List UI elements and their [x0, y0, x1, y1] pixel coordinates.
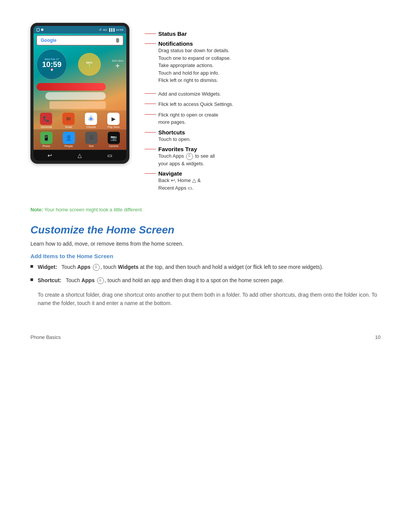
status-wifi: ▐▐▐: [108, 28, 115, 32]
section-intro: Learn how to add, move, or remove items …: [30, 241, 381, 247]
status-bar: ↺ 4G ▐▐▐ 10:59: [33, 26, 126, 34]
weather-widget: 86% 🔋: [78, 53, 101, 76]
status-bar-right: ↺ 4G ▐▐▐ 10:59: [99, 28, 123, 32]
annotation-desc-notifications: Drag status bar down for details. Touch …: [158, 47, 231, 84]
phone-screen: ↺ 4G ▐▐▐ 10:59 Google Wed: [33, 26, 126, 161]
playstore-label: Play Store: [107, 126, 119, 128]
annotation-line-8: [145, 173, 156, 174]
apps-icon-2: ⠿: [97, 277, 104, 284]
email-label: Email: [65, 126, 72, 128]
annotation-title-notifications: Notifications: [158, 40, 231, 47]
annotation-line-2: [145, 43, 156, 44]
apps-bold-2: Apps: [81, 277, 95, 283]
add-cities-widget: Add cities +: [112, 59, 123, 70]
status-sync-icon: ↺: [99, 28, 102, 32]
app-icon-email[interactable]: ✉ Email: [62, 113, 75, 128]
phone-icon-img: 📱: [40, 132, 53, 144]
annotation-text-status-bar: Status Bar: [158, 30, 187, 37]
bullet-widget: Widget: Touch Apps ⠿, touch Widgets at t…: [30, 263, 381, 271]
add-cities-plus: +: [115, 62, 120, 70]
annotation-title-favorites: Favorites Tray: [158, 146, 215, 152]
mic-icon: [116, 38, 119, 43]
apps-icon-favorites: ⠿: [186, 153, 193, 160]
google-search-bar[interactable]: Google: [37, 35, 123, 45]
lock-icon: [37, 28, 40, 32]
widgets-area: [33, 81, 126, 110]
clock-weather-widget: Wed Feb 27 10:59 ⏰ 86% 🔋 Add cities +: [33, 47, 126, 81]
annotation-text-notifications: Notifications Drag status bar down for d…: [158, 40, 231, 84]
fav-people[interactable]: 👤 People: [63, 132, 75, 147]
email-icon-img: ✉: [62, 113, 75, 125]
phone-label: Phone: [42, 145, 50, 147]
battery-icon: 🔋: [88, 64, 91, 68]
nav-recent-button[interactable]: ▭: [107, 152, 112, 158]
playstore-icon-img: ▶: [107, 113, 119, 125]
annotation-line-4: [145, 104, 156, 104]
fav-phone[interactable]: 📱 Phone: [40, 132, 53, 147]
note-label: Note:: [30, 207, 43, 212]
annotation-text-widgets: Add and customize Widgets.: [158, 90, 221, 98]
annotation-desc-morepages: Flick right to open or createmore pages.: [158, 112, 218, 125]
phone-frame: ↺ 4G ▐▐▐ 10:59 Google Wed: [30, 23, 129, 164]
annotation-text-navigate: Navigate Back ↩, Home △ &Recent Apps ▭.: [158, 170, 201, 192]
annotation-desc-shortcuts: Touch to open.: [158, 136, 191, 143]
clock-alarm: ⏰: [50, 68, 54, 71]
annotation-widgets: Add and customize Widgets.: [145, 90, 381, 98]
annotation-title-status-bar: Status Bar: [158, 30, 187, 37]
app-icon-playstore[interactable]: ▶ Play Store: [107, 113, 119, 128]
widget-bar-light2: [49, 101, 106, 109]
annotation-desc-quicksettings: Flick left to access Quick Settings.: [158, 101, 233, 107]
footer: Phone Basics 10: [30, 331, 381, 340]
annotation-text-morepages: Flick right to open or createmore pages.: [158, 111, 218, 126]
annotation-favorites: Favorites Tray Touch Apps ⠿ to see allyo…: [145, 146, 381, 167]
svg-point-2: [90, 118, 92, 120]
note-text: Your home screen might look a little dif…: [45, 207, 143, 212]
widget-bar-light: [45, 92, 106, 100]
clock-time: 10:59: [42, 61, 61, 68]
text-label: Text: [89, 145, 94, 147]
fav-text[interactable]: ⠿ Text: [85, 132, 97, 147]
camera-icon-img: 📷: [108, 132, 120, 144]
annotation-line-6: [145, 132, 156, 133]
bullet-square-2: [30, 278, 33, 281]
annotation-text-shortcuts: Shortcuts Touch to open.: [158, 129, 191, 143]
footer-section-label: Phone Basics: [30, 334, 61, 340]
bullet-square-1: [30, 265, 33, 268]
annotation-text-favorites: Favorites Tray Touch Apps ⠿ to see allyo…: [158, 146, 215, 167]
voicemail-icon-img: 📞: [40, 113, 52, 125]
voicemail-label: Voicemail: [40, 126, 52, 128]
status-signal: 4G: [103, 28, 107, 32]
annotation-shortcuts: Shortcuts Touch to open.: [145, 129, 381, 143]
app-icon-voicemail[interactable]: 📞 Voicemail: [40, 113, 52, 128]
annotation-line-1: [145, 34, 156, 34]
status-bar-left-icons: [37, 28, 43, 32]
note-section: Note: Your home screen might look a litt…: [30, 207, 381, 212]
annotation-quicksettings: Flick left to access Quick Settings.: [145, 101, 381, 108]
annotation-desc-widgets: Add and customize Widgets.: [158, 91, 221, 97]
annotation-line-7: [145, 149, 156, 149]
fav-camera[interactable]: 📷 Camera: [108, 132, 120, 147]
nav-home-button[interactable]: △: [78, 152, 82, 158]
bullet-widget-text: Widget: Touch Apps ⠿, touch Widgets at t…: [38, 263, 323, 271]
bullet-list: Widget: Touch Apps ⠿, touch Widgets at t…: [30, 263, 381, 284]
widget-bar-red: [37, 83, 106, 91]
app-icon-chrome[interactable]: Chrome: [85, 113, 97, 128]
add-items-subtitle: Add Items to the Home Screen: [30, 253, 381, 259]
alert-icon: [41, 29, 43, 31]
annotation-text-quicksettings: Flick left to access Quick Settings.: [158, 101, 233, 108]
widget-term: Widget:: [38, 264, 57, 270]
bullet-shortcut-text: Shortcut: Touch Apps ⠿, touch and hold a…: [38, 276, 284, 284]
annotations-panel: Status Bar Notifications Drag status bar…: [145, 23, 381, 192]
people-label: People: [65, 145, 73, 147]
chrome-icon-img: [85, 113, 97, 125]
text-icon-img: ⠿: [85, 132, 97, 144]
annotation-desc-favorites: Touch Apps ⠿ to see allyour apps & widge…: [158, 152, 215, 167]
annotation-line-5: [145, 114, 156, 115]
shortcut-term: Shortcut:: [38, 277, 61, 283]
annotation-title-shortcuts: Shortcuts: [158, 129, 191, 136]
nav-back-button[interactable]: ↩: [48, 152, 52, 158]
google-logo-text: Google: [41, 38, 56, 43]
clock-widget-circle: Wed Feb 27 10:59 ⏰: [37, 49, 67, 80]
favorites-tray: 📱 Phone 👤 People ⠿ Text 📷: [33, 129, 126, 150]
main-content: ↺ 4G ▐▐▐ 10:59 Google Wed: [30, 23, 381, 340]
